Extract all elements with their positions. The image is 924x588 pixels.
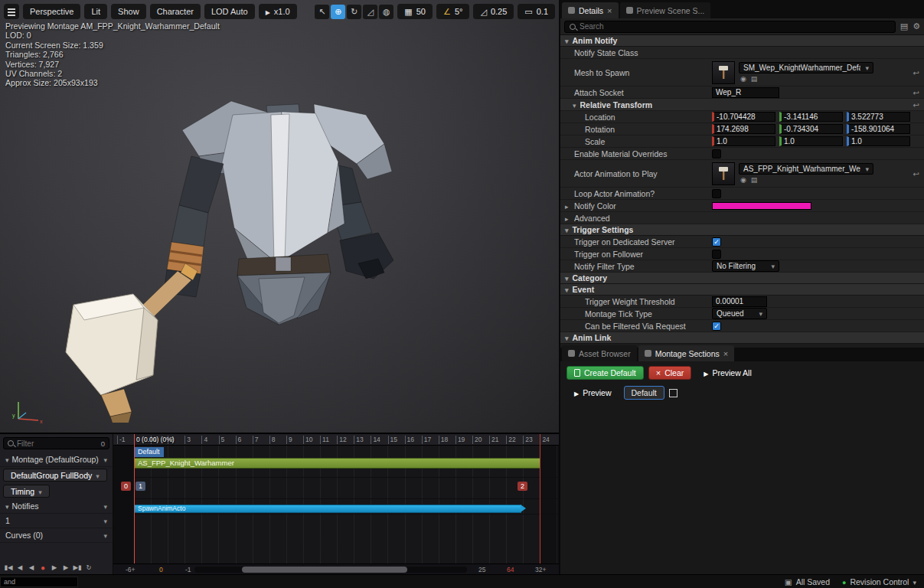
transport-button-2[interactable]: ◀ (26, 562, 37, 573)
expand-icon[interactable] (565, 214, 569, 223)
scale-z-field[interactable]: 1.0 (847, 136, 910, 146)
section-anim-link[interactable]: Anim Link (560, 332, 924, 344)
timeline-scrollbar[interactable] (194, 567, 467, 573)
chevron-down-icon[interactable] (103, 501, 107, 511)
chevron-down-icon[interactable] (96, 471, 100, 480)
close-icon[interactable] (607, 6, 612, 15)
playback-speed-button[interactable]: x1.0 (259, 4, 297, 19)
playhead[interactable] (134, 434, 135, 564)
track-timing[interactable]: Timing (3, 485, 50, 498)
gear-icon[interactable] (913, 21, 920, 31)
default-section-button[interactable]: Default (624, 386, 664, 400)
transport-button-6[interactable]: ▶▮ (72, 562, 83, 573)
expander-icon[interactable] (5, 455, 9, 464)
lit-dropdown[interactable]: Lit (84, 4, 107, 19)
browse-to-asset-icon[interactable] (751, 176, 758, 184)
scale-y-field[interactable]: 1.0 (779, 136, 843, 146)
create-default-button[interactable]: Create Default (566, 366, 644, 380)
rotate-tool-icon[interactable] (347, 5, 361, 19)
tab-montage-sections[interactable]: Montage Sections (638, 345, 735, 361)
scale-tool-icon[interactable] (363, 5, 377, 19)
row-advanced[interactable]: Advanced (560, 212, 924, 224)
transport-button-1[interactable]: ◀ (15, 562, 25, 573)
preview-all-button[interactable]: Preview All (696, 366, 759, 380)
reset-to-default-icon[interactable] (913, 68, 919, 77)
tab-details[interactable]: Details (562, 2, 619, 18)
timeline-track-area[interactable]: -112345678910111213141516171819202122232… (113, 434, 559, 574)
scrollbar-thumb[interactable] (242, 567, 407, 573)
grid-snap-control[interactable]: 50 (397, 4, 433, 19)
reset-to-default-icon[interactable] (913, 88, 919, 97)
trigger-weight-threshold-field[interactable]: 0.00001 (712, 296, 767, 307)
transport-button-4[interactable]: ▶ (49, 562, 60, 573)
trigger-on-follower-checkbox[interactable] (712, 250, 721, 259)
all-saved-status[interactable]: All Saved (785, 577, 830, 586)
world-space-icon[interactable] (379, 5, 393, 19)
track-montage[interactable]: Montage (DefaultGroup) (0, 452, 113, 467)
transport-button-3[interactable]: ● (38, 562, 48, 573)
attach-socket-field[interactable]: Wep_R (712, 87, 779, 98)
track-notify-1[interactable]: 1 (0, 514, 113, 528)
rotation-x-field[interactable]: 174.2698 (712, 124, 775, 134)
trigger-on-dedicated-server-checkbox[interactable] (712, 237, 721, 247)
asset-thumbnail[interactable] (712, 61, 735, 84)
expand-icon[interactable] (565, 201, 569, 211)
character-dropdown[interactable]: Character (150, 4, 201, 19)
tab-asset-browser[interactable]: Asset Browser (562, 345, 637, 361)
perspective-dropdown[interactable]: Perspective (23, 4, 80, 19)
filter-input[interactable] (17, 439, 98, 448)
section-event[interactable]: Event (560, 284, 924, 296)
preview-button[interactable]: Preview (566, 386, 619, 400)
location-z-field[interactable]: 3.522773 (847, 112, 910, 122)
timeline-filter[interactable]: 0 (3, 437, 109, 449)
scale-snap-control[interactable]: 0.25 (473, 4, 514, 19)
section-anim-notify[interactable]: Anim Notify (560, 35, 924, 47)
rotation-z-field[interactable]: -158.901064 (847, 124, 910, 134)
can-be-filtered-checkbox[interactable] (712, 322, 721, 331)
chevron-down-icon[interactable] (103, 531, 107, 540)
camera-speed-control[interactable]: 0.1 (518, 4, 555, 19)
chevron-down-icon[interactable] (103, 516, 107, 525)
track-curves[interactable]: Curves (0) (0, 528, 113, 543)
timeline-ruler[interactable]: -112345678910111213141516171819202122232… (113, 434, 559, 446)
select-tool-icon[interactable] (315, 5, 329, 19)
rotation-y-field[interactable]: -0.734304 (779, 124, 843, 134)
spawn-anim-notify-bar[interactable]: SpawnAnimActo (134, 505, 521, 513)
actor-animation-dropdown[interactable]: AS_FPP_Knight_Warhammer_Wep_Default (739, 163, 873, 175)
section-category[interactable]: Category (560, 273, 924, 284)
section-checkbox[interactable] (669, 389, 677, 397)
notify-filter-type-dropdown[interactable]: No Filtering (712, 260, 779, 272)
row-relative-transform[interactable]: Relative Transform (560, 99, 924, 111)
viewport-menu-icon[interactable] (4, 4, 19, 19)
asset-thumbnail[interactable] (712, 162, 735, 185)
use-selected-asset-icon[interactable] (740, 75, 746, 83)
show-dropdown[interactable]: Show (111, 4, 146, 19)
rotation-snap-control[interactable]: 5° (436, 4, 469, 19)
location-y-field[interactable]: -3.141146 (779, 112, 843, 122)
3d-viewport[interactable]: Perspective Lit Show Character LOD Auto … (0, 0, 559, 433)
browse-to-asset-icon[interactable] (751, 75, 758, 83)
console-command-input[interactable]: and (0, 577, 78, 587)
scale-x-field[interactable]: 1.0 (712, 136, 775, 146)
anim-segment-bar[interactable]: AS_FPP_Knight_Warhammer (134, 458, 540, 469)
notify-color-swatch[interactable] (712, 202, 811, 210)
revision-control-menu[interactable]: Revision Control (842, 577, 916, 586)
chevron-down-icon[interactable] (38, 487, 42, 496)
notify-marker-1[interactable]: 1 (135, 482, 145, 491)
section-trigger-settings[interactable]: Trigger Settings (560, 224, 924, 236)
notify-marker-2[interactable]: 2 (518, 482, 527, 491)
loop-actor-animation-checkbox[interactable] (712, 189, 721, 198)
montage-tick-type-dropdown[interactable]: Queued (712, 308, 767, 319)
reset-to-default-icon[interactable] (913, 169, 919, 178)
clear-button[interactable]: Clear (648, 366, 692, 380)
tab-preview-scene-settings[interactable]: Preview Scene S... (620, 2, 711, 18)
transport-button-5[interactable]: ▶ (60, 562, 71, 573)
details-search-input[interactable] (580, 22, 890, 31)
location-x-field[interactable]: -10.704428 (712, 112, 775, 122)
notify-marker-0[interactable]: 0 (121, 482, 131, 491)
close-icon[interactable] (723, 349, 728, 358)
enable-material-overrides-checkbox[interactable] (712, 149, 721, 158)
transport-button-7[interactable]: ↻ (83, 562, 94, 573)
track-slot-group[interactable]: DefaultGroup FullBody (3, 469, 107, 482)
chevron-down-icon[interactable] (103, 455, 107, 464)
